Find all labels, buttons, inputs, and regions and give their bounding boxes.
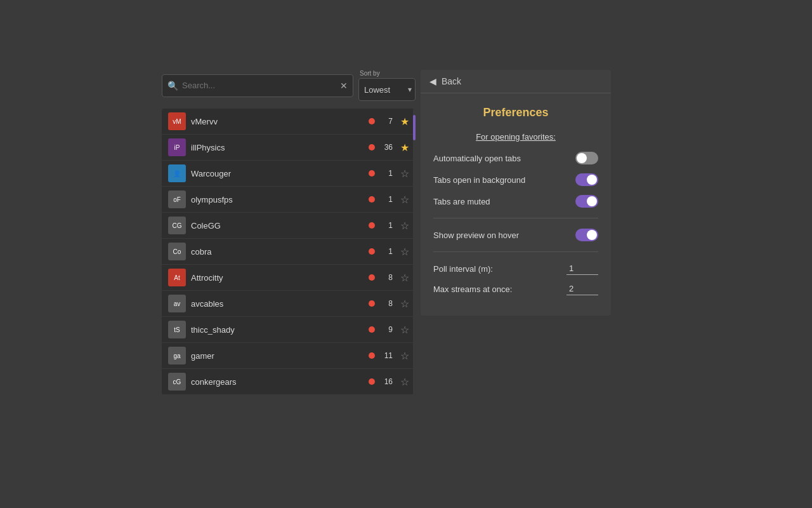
streamer-name: cobra <box>191 247 363 257</box>
live-indicator <box>369 300 375 307</box>
pref-divider <box>433 218 598 218</box>
streamer-row[interactable]: oFolympusfps1☆ <box>162 187 416 213</box>
streamer-name: conkergears <box>191 377 363 387</box>
live-indicator <box>369 248 375 255</box>
streamer-name: gamer <box>191 351 363 361</box>
streamer-name: ColeGG <box>191 221 363 231</box>
scrollbar-track[interactable] <box>413 109 416 395</box>
streamer-row[interactable]: CGColeGG1☆ <box>162 213 416 239</box>
pref-section-label: For opening favorites: <box>433 132 598 142</box>
favorite-star[interactable]: ☆ <box>400 272 409 284</box>
tabs-are-muted-label: Tabs are muted <box>433 197 490 206</box>
viewer-count: 1 <box>380 195 393 204</box>
favorite-star[interactable]: ☆ <box>400 168 409 180</box>
streamer-avatar: cG <box>168 373 186 391</box>
streamer-row[interactable]: tSthicc_shady9☆ <box>162 317 416 343</box>
streamer-avatar: tS <box>168 321 186 338</box>
favorite-star[interactable]: ☆ <box>400 376 409 388</box>
streamer-row[interactable]: gagamer11☆ <box>162 343 416 369</box>
streamer-row[interactable]: AtAttrocitty8☆ <box>162 265 416 291</box>
viewer-count: 8 <box>380 273 393 282</box>
viewer-count: 1 <box>380 221 393 230</box>
streamer-avatar: oF <box>168 190 186 208</box>
tabs-are-muted-toggle[interactable] <box>575 195 598 208</box>
favorite-star[interactable]: ☆ <box>400 194 409 206</box>
back-label: Back <box>442 76 461 86</box>
favorite-star[interactable]: ☆ <box>400 350 409 362</box>
favorite-star[interactable]: ★ <box>400 116 409 128</box>
sort-wrapper: Lowest Highest Name <box>358 78 416 101</box>
pref-divider-2 <box>433 251 598 252</box>
live-indicator <box>369 378 375 385</box>
viewer-count: 1 <box>380 247 393 256</box>
streamer-row[interactable]: vMvMervv7★ <box>162 109 416 135</box>
preferences-content: Preferences For opening favorites: Autom… <box>421 93 611 316</box>
favorite-star[interactable]: ☆ <box>400 246 409 258</box>
poll-interval-input[interactable] <box>566 262 598 275</box>
max-streams-label: Max streams at once: <box>433 284 512 294</box>
streamer-avatar: vM <box>168 112 186 130</box>
favorite-star[interactable]: ★ <box>400 142 409 154</box>
tabs-open-background-label: Tabs open in background <box>433 175 525 185</box>
live-indicator <box>369 144 375 150</box>
live-indicator <box>369 196 375 203</box>
live-indicator <box>369 352 375 359</box>
tabs-open-background-toggle[interactable] <box>575 173 598 186</box>
live-indicator <box>369 170 375 177</box>
back-arrow-icon: ◀ <box>429 76 436 86</box>
sort-label: Sort by <box>358 70 380 77</box>
streamer-row[interactable]: iPillPhysics36★ <box>162 135 416 161</box>
streamer-name: avcables <box>191 299 363 309</box>
auto-open-tabs-row: Automatically open tabs <box>433 152 598 164</box>
viewer-count: 7 <box>380 117 393 126</box>
streamer-name: Attrocitty <box>191 273 363 283</box>
streamer-avatar: av <box>168 295 186 312</box>
streamer-avatar: At <box>168 269 186 286</box>
sort-select[interactable]: Lowest Highest Name <box>358 78 416 101</box>
search-icon: 🔍 <box>167 81 178 91</box>
auto-open-tabs-toggle[interactable] <box>575 152 598 164</box>
viewer-count: 16 <box>380 377 393 386</box>
search-clear-button[interactable]: ✕ <box>340 81 348 91</box>
streamer-avatar: iP <box>168 138 186 156</box>
streamer-name: olympusfps <box>191 195 363 204</box>
back-button[interactable]: ◀ Back <box>421 70 611 93</box>
streamer-name: illPhysics <box>191 143 363 152</box>
search-sort-row: 🔍 ✕ Sort by Lowest Highest Name <box>162 70 416 101</box>
auto-open-tabs-label: Automatically open tabs <box>433 154 521 163</box>
poll-interval-label: Poll interval (m): <box>433 264 493 274</box>
tabs-open-background-row: Tabs open in background <box>433 173 598 186</box>
preferences-title: Preferences <box>433 106 598 119</box>
max-streams-row: Max streams at once: <box>433 283 598 295</box>
streamer-row[interactable]: cGconkergears16☆ <box>162 369 416 395</box>
streamer-row[interactable]: 👤Warcouger1☆ <box>162 161 416 187</box>
left-panel: 🔍 ✕ Sort by Lowest Highest Name vMvMervv… <box>162 70 416 395</box>
search-input[interactable] <box>182 81 340 90</box>
viewer-count: 36 <box>380 143 393 152</box>
viewer-count: 1 <box>380 169 393 178</box>
viewer-count: 8 <box>380 299 393 308</box>
show-preview-label: Show preview on hover <box>433 231 519 240</box>
streamer-name: vMervv <box>191 117 363 126</box>
streamer-avatar: 👤 <box>168 164 186 182</box>
favorite-star[interactable]: ☆ <box>400 220 409 232</box>
max-streams-input[interactable] <box>566 283 598 295</box>
favorite-star[interactable]: ☆ <box>400 324 409 336</box>
streamers-list: vMvMervv7★iPillPhysics36★👤Warcouger1☆oFo… <box>162 109 416 395</box>
favorite-star[interactable]: ☆ <box>400 298 409 310</box>
search-box: 🔍 ✕ <box>162 74 353 97</box>
streamer-avatar: Co <box>168 243 186 260</box>
tabs-are-muted-row: Tabs are muted <box>433 195 598 208</box>
streamer-row[interactable]: Cocobra1☆ <box>162 239 416 265</box>
streamer-name: Warcouger <box>191 169 363 178</box>
streamer-avatar: CG <box>168 217 186 234</box>
live-indicator <box>369 222 375 229</box>
viewer-count: 9 <box>380 325 393 334</box>
live-indicator <box>369 326 375 333</box>
viewer-count: 11 <box>380 351 393 360</box>
streamer-row[interactable]: avavcables8☆ <box>162 291 416 317</box>
streamer-name: thicc_shady <box>191 325 363 335</box>
live-indicator <box>369 274 375 281</box>
poll-interval-row: Poll interval (m): <box>433 262 598 275</box>
show-preview-toggle[interactable] <box>575 229 598 241</box>
